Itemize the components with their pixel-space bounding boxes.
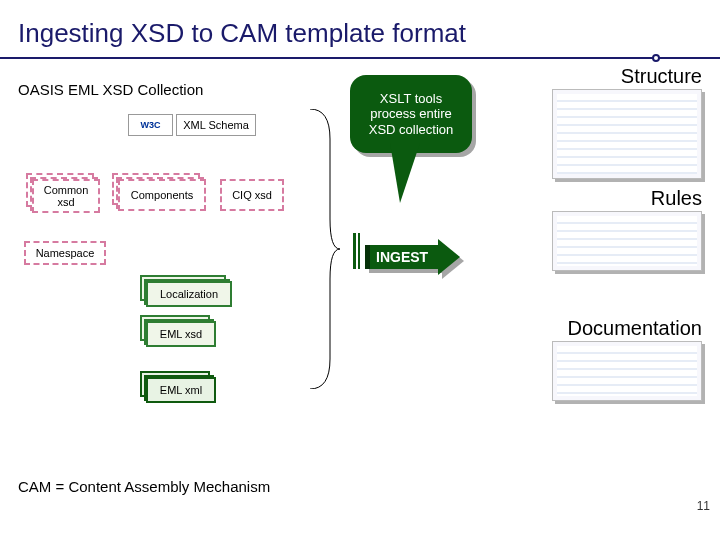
documentation-thumbnail <box>552 341 702 401</box>
xml-schema-box: XML Schema <box>176 114 256 136</box>
curly-brace <box>300 109 340 389</box>
components-box: Components <box>118 179 206 211</box>
rules-thumbnail <box>552 211 702 271</box>
w3c-logo: W3C <box>128 114 173 136</box>
slide-title: Ingesting XSD to CAM template format <box>0 0 720 59</box>
collection-label: OASIS EML XSD Collection <box>18 81 203 98</box>
structure-thumbnail <box>552 89 702 179</box>
namespace-box: Namespace <box>24 241 106 265</box>
arrow-head-icon <box>438 239 460 275</box>
localization-box: Localization <box>146 281 232 307</box>
rules-label: Rules <box>651 187 702 210</box>
ingest-label: INGEST <box>365 245 438 269</box>
documentation-label: Documentation <box>567 317 702 340</box>
ciq-xsd-box: CIQ xsd <box>220 179 284 211</box>
eml-xsd-box: EML xsd <box>146 321 216 347</box>
ingest-arrow: INGEST <box>365 239 460 275</box>
thumbnail-lines-icon <box>557 94 697 174</box>
ingest-barrier-icon <box>353 233 360 269</box>
xslt-callout-text: XSLT tools process entire XSD collection <box>356 91 466 138</box>
common-xsd-box: Common xsd <box>32 179 100 213</box>
structure-label: Structure <box>621 65 702 88</box>
page-number: 11 <box>697 499 710 513</box>
xslt-callout: XSLT tools process entire XSD collection <box>350 75 472 153</box>
eml-xml-box: EML xml <box>146 377 216 403</box>
thumbnail-lines-icon <box>557 216 697 266</box>
footer-note: CAM = Content Assembly Mechanism <box>18 478 270 495</box>
thumbnail-lines-icon <box>557 346 697 396</box>
diagram-canvas: OASIS EML XSD Collection W3C XML Schema … <box>0 59 720 519</box>
title-text: Ingesting XSD to CAM template format <box>18 18 466 48</box>
